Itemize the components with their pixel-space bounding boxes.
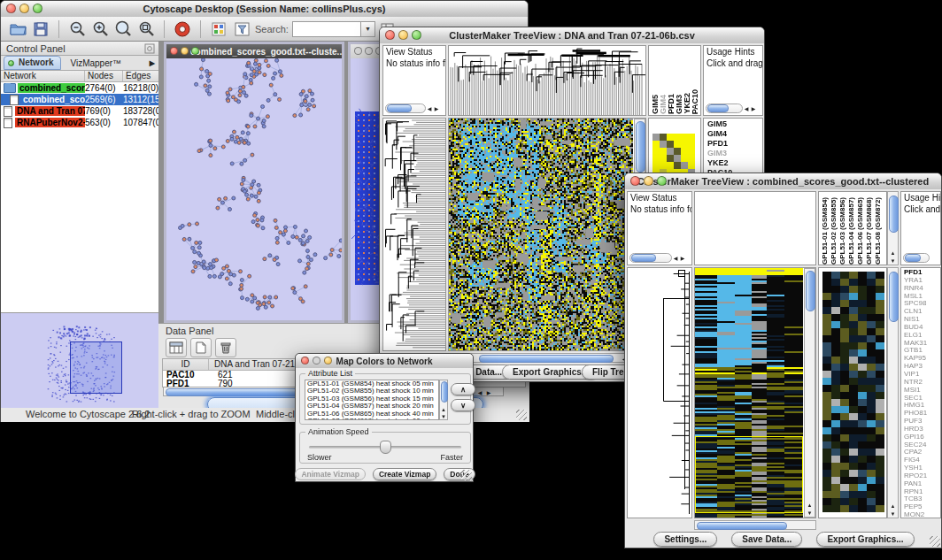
vizmapper-icon[interactable]: [209, 19, 228, 39]
save-session-button[interactable]: [31, 19, 50, 39]
scrollbar-thumb[interactable]: [889, 196, 899, 233]
gene-label[interactable]: NTR2: [904, 379, 940, 387]
tv2-collabel-vscrollbar[interactable]: [887, 191, 899, 265]
column-dendrogram-canvas[interactable]: [449, 46, 645, 115]
gene-label[interactable]: MAK31: [904, 340, 940, 348]
scrollbar-thumb[interactable]: [479, 355, 614, 363]
zoom-selected-icon[interactable]: [136, 19, 156, 39]
tv1-column-dendrogram[interactable]: [448, 45, 646, 116]
gene-label[interactable]: GTB1: [904, 347, 940, 355]
tv2-hscrollbar[interactable]: [694, 520, 816, 530]
column-label[interactable]: GPL51-08 (GSM872): [874, 197, 883, 265]
heatmap-canvas[interactable]: [695, 268, 803, 518]
gene-label[interactable]: SEC24: [904, 441, 940, 449]
scrollbar-thumb[interactable]: [441, 381, 448, 403]
treeview2-titlebar[interactable]: ClusterMaker TreeView : combined_scores_…: [625, 173, 941, 190]
row-dendrogram-canvas[interactable]: [628, 268, 691, 518]
scrollbar-thumb[interactable]: [707, 104, 729, 112]
treeview1-titlebar[interactable]: ClusterMaker TreeView : DNA and Tran 07-…: [380, 27, 764, 44]
tv2-button-settings[interactable]: Settings...: [653, 532, 717, 547]
zoom-button[interactable]: [33, 4, 42, 13]
gene-label[interactable]: GIM5: [707, 119, 762, 129]
gene-label[interactable]: GIM4: [707, 129, 762, 139]
heatmap-canvas[interactable]: [449, 119, 633, 350]
gene-label[interactable]: HAP3: [904, 363, 940, 371]
scroll-right-icon[interactable]: [433, 104, 440, 113]
network-row[interactable]: combined_sco2569(6)13112(15): [1, 94, 158, 105]
close-button[interactable]: [301, 357, 309, 364]
scroll-down-icon[interactable]: [888, 511, 898, 517]
tab-overflow-icon[interactable]: ▶: [150, 59, 155, 67]
gene-label[interactable]: YSH1: [904, 464, 940, 472]
scroll-right-icon[interactable]: [679, 254, 686, 263]
gene-label[interactable]: GIM3: [707, 149, 762, 158]
tv2-genelist-vscrollbar[interactable]: [887, 267, 899, 518]
gene-label[interactable]: SEC1: [904, 395, 940, 403]
minimize-button[interactable]: [19, 4, 29, 13]
gene-label[interactable]: TCB3: [904, 495, 940, 503]
close-button[interactable]: [170, 47, 178, 55]
birdseye-canvas[interactable]: [1, 313, 157, 407]
minimize-button[interactable]: [181, 47, 189, 55]
gene-label[interactable]: GPI16: [904, 433, 940, 441]
tv2-status-scrollbar[interactable]: [629, 253, 686, 263]
column-label[interactable]: PAC10: [691, 89, 699, 114]
column-header-id[interactable]: ID: [163, 359, 209, 370]
close-button[interactable]: [385, 30, 395, 40]
speed-slider-thumb[interactable]: [380, 441, 391, 454]
scroll-down-icon[interactable]: [440, 414, 447, 419]
scrollbar-thumb[interactable]: [636, 121, 645, 173]
column-header-edges[interactable]: Edges: [123, 71, 158, 81]
column-label[interactable]: GPL51-06 (GSM865): [856, 197, 865, 265]
dialog-button-create-vizmap[interactable]: Create Vizmap: [373, 468, 436, 480]
attribute-item[interactable]: GPL51-07 (GSM868) heat shock 60 min: [305, 418, 438, 420]
row-dendrogram-canvas[interactable]: [383, 119, 445, 350]
open-session-button[interactable]: [8, 19, 27, 39]
search-combobox[interactable]: [292, 21, 375, 37]
attribute-list-vscrollbar[interactable]: [439, 380, 448, 420]
resize-grip[interactable]: [930, 536, 940, 547]
new-attribute-icon[interactable]: [190, 338, 212, 357]
zoom-button[interactable]: [324, 357, 332, 364]
column-header-network[interactable]: Network: [1, 71, 85, 81]
gene-label[interactable]: SPC98: [904, 300, 940, 308]
gene-label[interactable]: PAN1: [904, 480, 940, 488]
resize-grip[interactable]: [516, 410, 527, 420]
tv2-row-dendrogram[interactable]: [627, 267, 692, 518]
gene-label[interactable]: CLN1: [904, 308, 940, 316]
minimize-button[interactable]: [313, 357, 320, 364]
gene-label[interactable]: PHO81: [904, 410, 940, 418]
gene-label[interactable]: YRA1: [904, 277, 940, 285]
filter-icon[interactable]: [232, 19, 251, 39]
search-dropdown-icon[interactable]: [361, 21, 375, 37]
birdseye-view[interactable]: [1, 312, 158, 409]
zoom-in-icon[interactable]: [90, 19, 110, 39]
zoom-button[interactable]: [191, 47, 199, 55]
attribute-listbox[interactable]: GPL51-01 (GSM854) heat shock 05 minGPL51…: [305, 380, 439, 420]
network-view-canvas[interactable]: [166, 58, 342, 320]
column-header-nodes[interactable]: Nodes: [85, 71, 123, 81]
scroll-up-icon[interactable]: [440, 407, 447, 412]
gene-label[interactable]: MSL1: [904, 293, 940, 301]
gene-label[interactable]: RPO21: [904, 472, 940, 480]
column-label[interactable]: GPL51-01 (GSM854): [821, 197, 830, 265]
gene-label[interactable]: MSI1: [904, 387, 940, 395]
selected-columns-heatmap-canvas[interactable]: [821, 270, 886, 516]
scroll-down-icon[interactable]: [888, 258, 898, 264]
scrollbar-thumb[interactable]: [806, 271, 815, 311]
close-button[interactable]: [6, 4, 16, 13]
tab-network[interactable]: Network: [4, 56, 61, 70]
column-label[interactable]: GPL51-04 (GSM857): [847, 197, 856, 265]
tab-vizmapper[interactable]: VizMapper™: [61, 58, 130, 69]
scroll-left-icon[interactable]: [743, 104, 750, 113]
resize-grip[interactable]: [461, 470, 472, 480]
zoom-out-icon[interactable]: [67, 19, 87, 39]
tv2-column-dendrogram[interactable]: [694, 191, 816, 265]
gene-label[interactable]: RPN1: [904, 488, 940, 496]
tv2-heatmap-vscrollbar[interactable]: [804, 268, 815, 518]
tv2-usage-scrollbar[interactable]: [903, 253, 930, 263]
gene-label[interactable]: YKE2: [707, 158, 762, 168]
scroll-up-icon[interactable]: [888, 250, 898, 256]
gene-label[interactable]: ELG1: [904, 332, 940, 340]
gene-label[interactable]: RNR4: [904, 285, 940, 293]
